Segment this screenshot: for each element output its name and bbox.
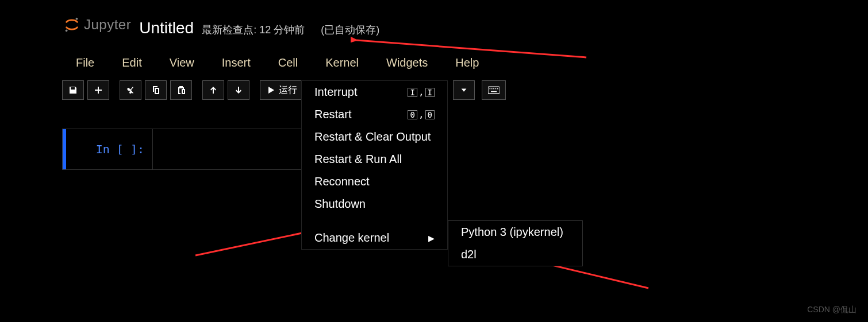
kernel-reconnect-item[interactable]: Reconnect — [302, 170, 447, 193]
menu-help[interactable]: Help — [441, 51, 493, 75]
keyboard-icon — [488, 86, 500, 94]
kernel-restart-item[interactable]: Restart 0,0 — [302, 103, 447, 126]
cell-prompt: In [ ]: — [66, 129, 152, 169]
kernel-interrupt-item[interactable]: Interrupt I,I — [302, 81, 447, 103]
save-icon — [68, 86, 78, 95]
paste-icon — [176, 86, 186, 95]
copy-icon — [151, 86, 160, 95]
logo-text: Jupyter — [84, 17, 131, 33]
kernel-menu-dropdown: Interrupt I,I Restart 0,0 Restart & Clea… — [301, 80, 448, 250]
notebook-cells: In [ ]: — [62, 129, 304, 170]
celltype-caret-button[interactable] — [453, 80, 475, 100]
kernel-reconnect-label: Reconnect — [314, 175, 370, 188]
menu-kernel[interactable]: Kernel — [312, 51, 372, 75]
svg-rect-2 — [488, 87, 500, 94]
kernel-restart-clear-item[interactable]: Restart & Clear Output — [302, 126, 447, 148]
command-palette-button[interactable] — [482, 80, 506, 100]
interrupt-shortcut: I,I — [408, 87, 435, 98]
move-down-button[interactable] — [228, 80, 249, 100]
menu-insert[interactable]: Insert — [208, 51, 264, 75]
code-cell[interactable]: In [ ]: — [62, 129, 304, 170]
play-icon — [266, 86, 275, 95]
svg-rect-7 — [497, 88, 498, 90]
cut-button[interactable] — [120, 80, 141, 100]
notebook-header: Jupyter Untitled 最新检查点: 12 分钟前 (已自动保存) — [63, 16, 379, 37]
kernel-restart-clear-label: Restart & Clear Output — [314, 130, 431, 143]
menu-widgets[interactable]: Widgets — [372, 51, 441, 75]
kernel-option-python3[interactable]: Python 3 (ipykernel) — [448, 221, 582, 243]
menubar: File Edit View Insert Cell Kernel Widget… — [62, 51, 493, 75]
kernel-shutdown-label: Shutdown — [314, 197, 366, 211]
chevron-down-icon — [460, 86, 468, 94]
kernel-interrupt-label: Interrupt — [314, 86, 357, 99]
scissors-icon — [126, 86, 135, 95]
menu-view[interactable]: View — [156, 51, 208, 75]
checkpoint-text: 最新检查点: 12 分钟前 — [202, 23, 305, 37]
autosave-text: (已自动保存) — [321, 23, 379, 37]
jupyter-logo-icon — [63, 16, 80, 33]
svg-line-10 — [195, 232, 305, 255]
run-button[interactable]: 运行 — [260, 80, 304, 100]
plus-icon — [94, 86, 103, 95]
copy-button[interactable] — [145, 80, 167, 100]
paste-button[interactable] — [170, 80, 192, 100]
svg-rect-8 — [491, 91, 497, 92]
jupyter-logo: Jupyter — [63, 16, 131, 33]
cell-input-area[interactable] — [152, 129, 303, 169]
arrow-down-icon — [234, 86, 243, 95]
annotation-arrow-2 — [190, 227, 310, 261]
run-label: 运行 — [279, 84, 297, 96]
submenu-arrow-icon: ▶ — [428, 234, 435, 243]
restart-shortcut: 0,0 — [408, 109, 435, 120]
svg-point-0 — [76, 18, 78, 20]
kernel-restart-runall-label: Restart & Run All — [314, 153, 402, 166]
kernel-change-item[interactable]: Change kernel ▶ — [302, 227, 447, 249]
kernel-change-label: Change kernel — [314, 231, 389, 245]
svg-rect-3 — [490, 88, 491, 90]
kernel-restart-label: Restart — [314, 108, 351, 121]
menu-edit[interactable]: Edit — [108, 51, 155, 75]
menu-cell[interactable]: Cell — [264, 51, 312, 75]
notebook-title[interactable]: Untitled — [139, 19, 194, 37]
svg-point-1 — [66, 29, 68, 32]
kernel-restart-runall-item[interactable]: Restart & Run All — [302, 148, 447, 170]
arrow-up-icon — [209, 86, 218, 95]
toolbar: 运行 — [62, 80, 304, 100]
menu-file[interactable]: File — [62, 51, 108, 75]
move-up-button[interactable] — [202, 80, 224, 100]
svg-rect-6 — [496, 88, 497, 90]
save-button[interactable] — [62, 80, 84, 100]
kernel-shutdown-item[interactable]: Shutdown — [302, 193, 447, 215]
svg-rect-5 — [493, 88, 494, 90]
insert-cell-button[interactable] — [87, 80, 109, 100]
kernel-option-d2l[interactable]: d2l — [448, 243, 582, 266]
watermark: CSDN @侃山 — [807, 305, 857, 315]
change-kernel-submenu: Python 3 (ipykernel) d2l — [448, 220, 583, 266]
svg-rect-4 — [491, 88, 493, 90]
